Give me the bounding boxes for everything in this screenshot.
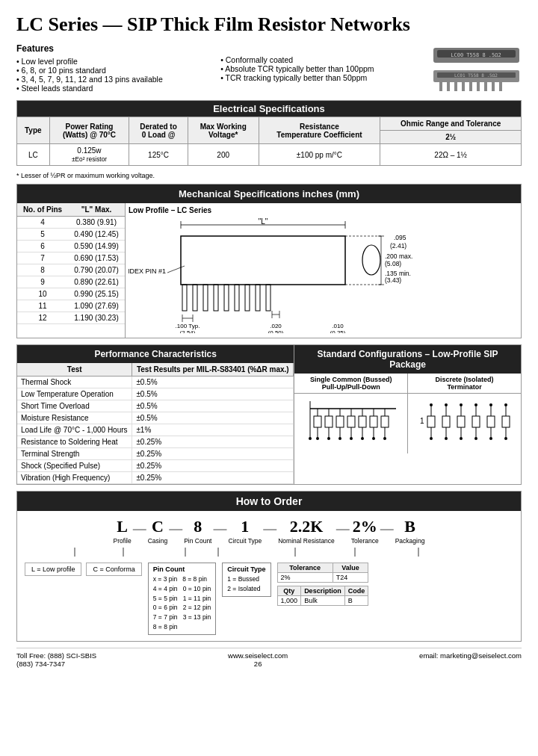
- qty-header: Qty: [277, 586, 301, 596]
- order-field-l: L Profile: [114, 517, 132, 545]
- svg-text:(5.08): (5.08): [385, 260, 401, 267]
- electrical-header: Electrical Specifications: [17, 101, 522, 117]
- features-right: Conformally coated Absolute TCR typicall…: [220, 43, 374, 93]
- circuit-type-box: Circuit Type 1 = Bussed 2 = Isolated: [222, 563, 270, 597]
- footer-right: email: marketing@seiselect.com: [419, 651, 522, 668]
- svg-rect-103: [502, 416, 510, 427]
- performance-config-table: Performance Characteristics Test Test Re…: [16, 344, 522, 485]
- svg-point-110: [504, 403, 507, 406]
- svg-point-108: [474, 403, 477, 406]
- row-ohmic: 22Ω – 1½: [380, 144, 522, 166]
- svg-rect-60: [325, 416, 333, 427]
- how-to-order-section: How to Order L Profile — C Casing — 8 Pi…: [16, 491, 522, 642]
- bussed-diagram-cell: [294, 394, 408, 453]
- isolated-diagram-svg: 1: [416, 397, 513, 450]
- mechanical-left-cell: No. of Pins "L" Max. 40.380 (9.91) 50.49…: [17, 203, 126, 338]
- svg-rect-57: [314, 416, 321, 427]
- row-type: LC: [17, 144, 50, 166]
- svg-point-112: [445, 437, 448, 440]
- col-voltage: Max WorkingVoltage*: [188, 117, 259, 144]
- svg-text:.100 Typ.: .100 Typ.: [176, 323, 200, 329]
- config-labels-row: Single Common (Bussed)Pull-Up/Pull-Down …: [294, 374, 521, 394]
- performance-data-table: Test Test Results per MIL-R-S83401 (%ΔR …: [17, 363, 294, 484]
- pin-count-box: Pin Count x = 3 pin 8 = 8 pin 4 = 4 pin …: [148, 563, 217, 635]
- svg-point-83: [361, 437, 364, 440]
- electrical-specs-table: Electrical Specifications Type Power Rat…: [16, 100, 522, 166]
- feature-item: 6, 8, or 10 pins standard: [16, 66, 163, 75]
- footer-center: www.seiselect.com 26: [228, 651, 288, 668]
- mech-row: 100.990 (25.15): [17, 288, 125, 300]
- svg-rect-100: [487, 416, 495, 427]
- features-list-left: Low level profile 6, 8, or 10 pins stand…: [16, 57, 163, 93]
- svg-point-114: [474, 437, 477, 440]
- footer: Toll Free: (888) SCI-SBIS (883) 734-7347…: [16, 648, 522, 668]
- svg-rect-66: [347, 416, 355, 427]
- mech-row: 111.090 (27.69): [17, 300, 125, 312]
- svg-rect-72: [370, 416, 377, 427]
- mech-row: 40.380 (9.91): [17, 217, 125, 229]
- row-voltage: 200: [188, 144, 259, 166]
- performance-header: Performance Characteristics: [17, 345, 294, 363]
- row-power: 0.125w±Eo² resistor: [49, 144, 129, 166]
- row-derated: 125°C: [129, 144, 188, 166]
- separator-3: —: [214, 521, 227, 545]
- mech-row: 70.690 (17.53): [17, 252, 125, 264]
- svg-text:.095: .095: [394, 234, 406, 241]
- order-notes-row: L = Low profile C = Conforma Pin Count x…: [25, 563, 513, 635]
- col-derated: Derated to0 Load @: [129, 117, 188, 144]
- separator-2: —: [169, 521, 182, 545]
- footer-phone1: Toll Free: (888) SCI-SBIS: [16, 651, 96, 660]
- bussed-diagram-svg: [303, 397, 400, 450]
- perf-row: Moisture Resistance±0.5%: [17, 412, 294, 424]
- tol-value: 2%: [277, 573, 333, 583]
- svg-point-82: [350, 437, 353, 440]
- order-field-pins: 8 Pin Count: [184, 517, 211, 545]
- svg-text:"L": "L": [259, 217, 268, 226]
- mech-col-lmax: "L" Max.: [68, 203, 125, 217]
- order-field-resistance: 2.2K Nominal Resistance: [278, 517, 335, 545]
- mechanical-header: Mechanical Specifications inches (mm): [17, 185, 522, 204]
- order-text-notes: L = Low profile C = Conforma: [25, 563, 142, 576]
- qty-value: 1,000: [277, 596, 301, 606]
- svg-rect-13: [492, 82, 495, 91]
- col-ohmic-header: Ohmic Range and Tolerance: [380, 117, 522, 131]
- page-title: LC Series — SIP Thick Film Resistor Netw…: [16, 13, 522, 36]
- tol-header: Tolerance: [277, 563, 333, 573]
- mech-row: 121.190 (30.23): [17, 312, 125, 324]
- footer-left: Toll Free: (888) SCI-SBIS (883) 734-7347: [16, 651, 96, 668]
- svg-text:(2.41): (2.41): [390, 242, 406, 250]
- svg-rect-6: [439, 82, 442, 91]
- feature-item: TCR tracking typically better than 50ppm: [220, 73, 374, 82]
- feature-item: Conformally coated: [220, 55, 374, 64]
- svg-point-79: [316, 437, 319, 440]
- feature-item: 3, 4, 5, 7, 9, 11, 12 and 13 pins availa…: [16, 75, 163, 84]
- feature-item: Steel leads standard: [16, 84, 163, 93]
- col-ohmic-sub: 2½: [380, 131, 522, 144]
- svg-point-115: [489, 437, 492, 440]
- separator-5: —: [336, 521, 350, 545]
- svg-point-31: [362, 245, 380, 275]
- tolerance-table: Tolerance Value 2% T24: [277, 563, 369, 583]
- isolated-diagram-cell: 1: [408, 394, 521, 453]
- circuit-type-title: Circuit Type: [227, 566, 265, 573]
- features-section: Features Low level profile 6, 8, or 10 p…: [16, 43, 522, 93]
- mech-col-pins: No. of Pins: [17, 203, 68, 217]
- val-value: T24: [333, 573, 368, 583]
- perf-row: Thermal Shock±0.5%: [17, 377, 294, 388]
- svg-text:.020: .020: [270, 323, 282, 329]
- svg-rect-7: [447, 82, 450, 91]
- pin-count-title: Pin Count: [153, 566, 211, 573]
- footer-website: www.seiselect.com: [228, 651, 288, 660]
- svg-rect-28: [245, 285, 250, 311]
- desc-value: Bulk: [301, 596, 345, 606]
- mech-row: 50.490 (12.45): [17, 229, 125, 241]
- order-field-c: C Casing: [148, 517, 167, 545]
- standard-config-cell: Standard Configurations – Low-Profile SI…: [294, 345, 522, 485]
- order-field-packaging: B Packaging: [395, 517, 425, 545]
- perf-row: Vibration (High Frequency)±0.25%: [17, 472, 294, 484]
- order-field-circuit: 1 Circuit Type: [229, 517, 262, 545]
- footer-email: email: marketing@seiselect.com: [419, 651, 522, 660]
- separator-1: —: [133, 521, 146, 545]
- svg-text:1: 1: [420, 417, 424, 425]
- svg-rect-29: [256, 285, 260, 311]
